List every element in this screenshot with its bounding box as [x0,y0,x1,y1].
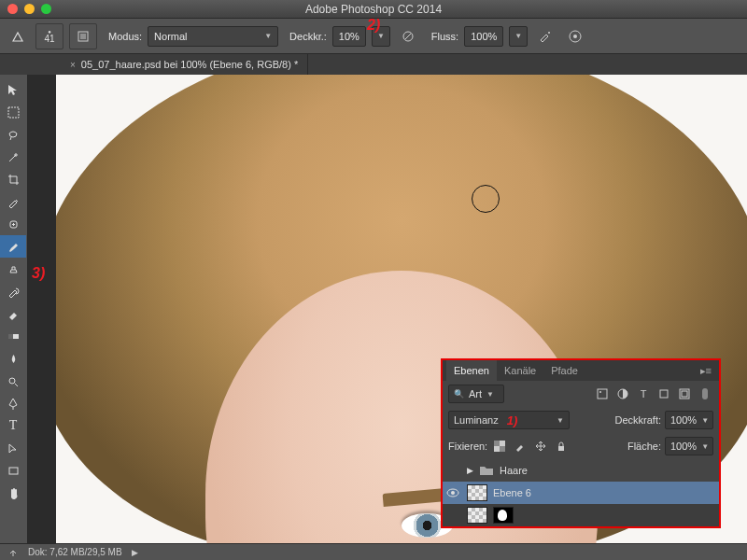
dodge-tool[interactable] [0,370,26,392]
lasso-tool[interactable] [0,123,26,146]
magic-wand-tool[interactable] [0,146,26,168]
tab-layers[interactable]: Ebenen [446,360,497,381]
lock-row: Fixieren: Fläche: 100%▼ [443,433,719,459]
close-icon[interactable] [7,4,18,14]
svg-point-2 [548,32,550,34]
disclosure-icon[interactable]: ▶ [467,466,473,475]
layer-opacity-label: Deckkraft: [614,414,661,426]
pen-tool[interactable] [0,392,26,414]
filter-type-icon[interactable]: T [635,385,652,402]
layer-thumbnail [467,484,487,501]
panel-menu-icon[interactable]: ▸≡ [697,365,715,377]
svg-point-9 [9,378,15,384]
layer-filter-select[interactable]: 🔍 Art ▼ [448,385,504,403]
flow-caret[interactable]: ▼ [509,26,528,47]
svg-point-4 [573,35,577,38]
filter-smart-icon[interactable] [676,385,693,402]
panel-tabbar: Ebenen Kanäle Pfade ▸≡ [443,360,719,381]
pressure-opacity-icon[interactable] [396,24,420,49]
blend-row: Luminanz 1) ▼ Deckkraft: 100%▼ [443,407,719,433]
opacity-field[interactable]: 10% [332,26,366,47]
eraser-tool[interactable] [0,302,26,325]
layer-blend-mode-select[interactable]: Luminanz 1) ▼ [448,411,570,429]
svg-rect-17 [702,388,708,399]
svg-rect-16 [682,391,687,397]
flow-field[interactable]: 100% [464,26,503,47]
folder-icon [479,465,494,476]
mask-thumbnail [493,507,514,524]
lock-paint-icon[interactable] [512,438,529,455]
layer-thumbnail [467,507,487,524]
brush-tool[interactable] [0,235,26,258]
document-tab[interactable]: × 05_07_haare.psd bei 100% (Ebene 6, RGB… [61,54,308,75]
close-tab-icon[interactable]: × [70,60,76,70]
svg-rect-10 [9,468,18,474]
clone-stamp-tool[interactable] [0,258,26,280]
svg-rect-14 [660,390,668,398]
path-selection-tool[interactable] [0,437,26,459]
layer-filter-row: 🔍 Art ▼ T [443,381,719,407]
layer-fill-field[interactable]: 100%▼ [665,437,713,455]
status-bar: Dok: 7,62 MB/29,5 MB ▶ [0,543,747,560]
svg-point-12 [599,391,601,393]
pressure-size-icon[interactable] [563,24,587,49]
zoom-icon[interactable] [41,4,51,14]
layer-opacity-field[interactable]: 100%▼ [665,411,713,429]
app-title: Adobe Photoshop CC 2014 [305,3,442,16]
window-controls [0,4,51,14]
lock-all-icon[interactable] [553,438,570,455]
gradient-tool[interactable] [0,325,26,347]
eyedropper-tool[interactable] [0,190,26,213]
layers-panel: Ebenen Kanäle Pfade ▸≡ 🔍 Art ▼ T Luminan… [441,358,721,528]
chevron-down-icon: ▼ [264,32,272,40]
airbrush-icon[interactable] [533,24,557,49]
home-icon[interactable] [6,24,30,49]
share-icon[interactable] [7,547,19,558]
filter-image-icon[interactable] [594,385,611,402]
type-tool[interactable]: T [0,414,26,437]
blend-mode-value: Normal [154,31,187,42]
lock-position-icon[interactable] [532,438,549,455]
layer-name: Haare [500,465,528,476]
window-titlebar: Adobe Photoshop CC 2014 [0,0,747,19]
hand-tool[interactable] [0,482,26,504]
annotation-3: 3) [32,265,45,282]
brush-panel-toggle[interactable] [69,23,97,49]
tools-panel: T [0,75,28,543]
doc-info: Dok: 7,62 MB/29,5 MB [28,547,122,557]
layer-name: Ebene 6 [493,487,531,498]
tab-channels[interactable]: Kanäle [497,360,543,381]
filter-adjustment-icon[interactable] [614,385,631,402]
marquee-tool[interactable] [0,101,26,123]
healing-brush-tool[interactable] [0,213,26,235]
layer-list: ▶ Haare Ebene 6 [443,459,719,526]
filter-shape-icon[interactable] [655,385,672,402]
blend-mode-select[interactable]: Normal ▼ [148,26,278,47]
lock-transparency-icon[interactable] [491,438,508,455]
lock-label: Fixieren: [448,441,487,452]
flow-label: Fluss: [431,31,458,42]
layer-row-group[interactable]: ▶ Haare [443,459,719,482]
visibility-toggle[interactable] [446,488,461,497]
move-tool[interactable] [0,78,26,101]
brush-size-value: 41 [44,35,54,44]
brush-preset-picker[interactable]: ● 41 [35,23,63,49]
svg-rect-11 [598,389,607,399]
minimize-icon[interactable] [24,4,35,14]
layer-row-selected[interactable]: Ebene 6 [443,482,719,504]
document-tab-title: 05_07_haare.psd bei 100% (Ebene 6, RGB/8… [81,59,298,70]
tab-paths[interactable]: Pfade [543,360,585,381]
history-brush-tool[interactable] [0,280,26,302]
svg-rect-20 [500,446,505,452]
rectangle-tool[interactable] [0,459,26,482]
brush-cursor-icon [472,185,500,213]
crop-tool[interactable] [0,168,26,190]
blur-tool[interactable] [0,347,26,370]
opacity-label: Deckkr.: [289,31,327,42]
svg-rect-5 [8,107,19,118]
layer-row[interactable] [443,504,719,526]
filter-toggle[interactable] [697,385,713,402]
svg-rect-19 [494,441,500,446]
fill-label: Fläche: [627,441,661,452]
chevron-right-icon[interactable]: ▶ [132,548,138,557]
